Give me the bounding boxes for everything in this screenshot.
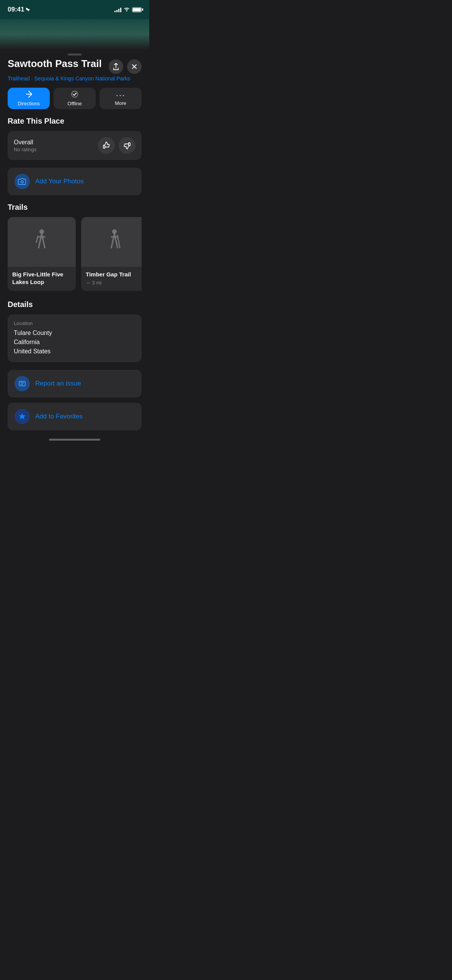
place-title: Sawtooth Pass Trail xyxy=(8,58,109,70)
trail-name-1: Big Five-Little Five Lakes Loop xyxy=(12,271,71,286)
thumbs-down-button[interactable] xyxy=(119,137,135,154)
signal-icon xyxy=(114,7,121,12)
rate-section: Rate This Place Overall No ratings xyxy=(0,117,149,168)
trail-distance-2: ↔ 3 mi xyxy=(86,280,142,286)
action-buttons: Directions Offline ··· More xyxy=(0,88,149,117)
svg-point-4 xyxy=(112,229,117,234)
directions-label: Directions xyxy=(18,101,40,106)
trail-name-2: Timber Gap Trail xyxy=(86,271,142,278)
trail-card-2[interactable]: Timber Gap Trail ↔ 3 mi xyxy=(81,217,142,291)
rate-card: Overall No ratings xyxy=(8,131,142,160)
favorites-card[interactable]: Add to Favorites xyxy=(8,403,142,430)
wifi-icon xyxy=(124,7,130,12)
more-icon: ··· xyxy=(116,91,125,100)
thumbs-up-button[interactable] xyxy=(98,137,115,154)
photos-label: Add Your Photos xyxy=(35,178,84,185)
more-label: More xyxy=(115,100,126,106)
svg-point-2 xyxy=(21,181,23,183)
battery-icon xyxy=(132,7,142,12)
favorites-label: Add to Favorites xyxy=(35,413,83,420)
time-display: 09:41 xyxy=(8,6,24,13)
svg-point-3 xyxy=(39,229,44,234)
drag-handle[interactable] xyxy=(0,50,149,58)
report-card[interactable]: Report an Issue xyxy=(8,370,142,397)
trail-image-1 xyxy=(8,217,76,267)
header-buttons xyxy=(109,59,142,74)
trails-list: Big Five-Little Five Lakes Loop Timber G… xyxy=(8,217,142,292)
more-button[interactable]: ··· More xyxy=(100,88,142,109)
trail-image-2 xyxy=(81,217,142,267)
offline-icon xyxy=(71,90,78,100)
svg-point-1 xyxy=(72,91,78,97)
svg-rect-5 xyxy=(19,381,25,386)
report-row: Report an Issue xyxy=(0,370,149,397)
hiker-icon-2 xyxy=(104,229,127,255)
bottom-sheet: Sawtooth Pass Trail Trailhead · Sequoia … xyxy=(0,50,149,461)
hiker-icon-1 xyxy=(30,229,53,255)
location-value: Tulare CountyCaliforniaUnited States xyxy=(14,328,135,356)
favorites-icon xyxy=(15,409,30,424)
details-section: Details Location Tulare CountyCalifornia… xyxy=(0,300,149,370)
status-bar: 09:41 xyxy=(0,0,149,19)
home-indicator xyxy=(0,436,149,445)
offline-label: Offline xyxy=(67,101,82,106)
share-button[interactable] xyxy=(109,59,123,74)
directions-icon xyxy=(25,90,33,100)
place-header: Sawtooth Pass Trail Trailhead · Sequoia … xyxy=(0,58,149,88)
status-icons xyxy=(114,7,142,12)
camera-icon xyxy=(15,174,30,189)
photos-card[interactable]: Add Your Photos xyxy=(8,168,142,195)
report-icon xyxy=(15,376,30,391)
details-title: Details xyxy=(8,300,142,309)
report-label: Report an Issue xyxy=(35,380,81,387)
rate-section-title: Rate This Place xyxy=(8,117,142,126)
rate-sublabel: No ratings xyxy=(14,147,36,152)
favorites-row: Add to Favorites xyxy=(0,403,149,430)
directions-button[interactable]: Directions xyxy=(8,88,50,109)
location-label: Location xyxy=(14,320,135,326)
status-time: 09:41 xyxy=(8,6,30,13)
details-card: Location Tulare CountyCaliforniaUnited S… xyxy=(8,314,142,362)
place-subtitle: Trailhead · Sequoia & Kings Canyon Natio… xyxy=(8,75,142,82)
photos-section: Add Your Photos xyxy=(0,168,149,203)
rate-label: Overall xyxy=(14,139,36,146)
location-arrow-icon xyxy=(26,7,30,12)
offline-button[interactable]: Offline xyxy=(54,88,96,109)
close-button[interactable] xyxy=(127,59,142,74)
rate-buttons xyxy=(98,137,135,154)
trails-title: Trails xyxy=(8,203,142,212)
map-background xyxy=(0,19,149,50)
park-link[interactable]: Sequoia & Kings Canyon National Parks xyxy=(34,75,131,82)
trails-section: Trails Big Five-Little Five Lakes Loop xyxy=(0,203,149,300)
trail-card-1[interactable]: Big Five-Little Five Lakes Loop xyxy=(8,217,76,291)
svg-point-0 xyxy=(126,11,127,11)
